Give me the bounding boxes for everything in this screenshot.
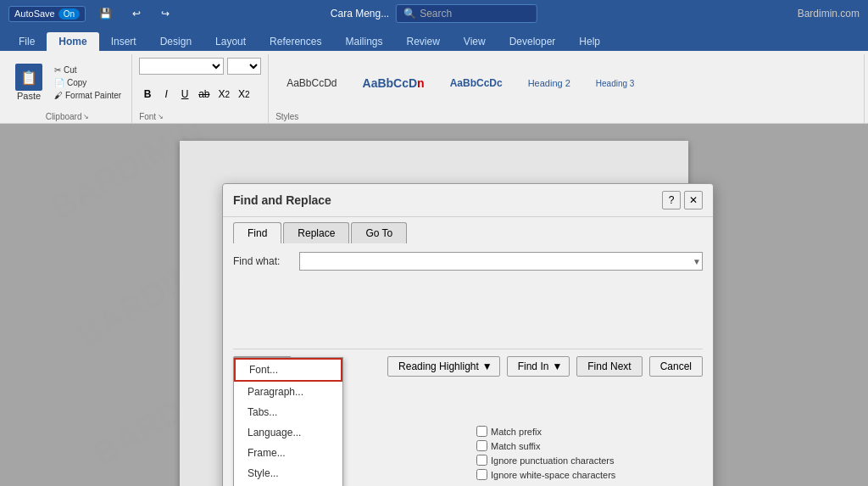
subscript-button[interactable]: X2	[215, 86, 234, 103]
heading2-style[interactable]: AaBbCcDc	[439, 73, 514, 93]
search-icon: 🔍	[403, 8, 416, 20]
autosave-toggle[interactable]: AutoSave On	[8, 6, 86, 22]
tab-layout[interactable]: Layout	[203, 32, 258, 51]
font-group: B I U ab X2 X2 Font ↘	[132, 54, 269, 123]
heading3-style[interactable]: Heading 2	[517, 74, 581, 92]
format-painter-button[interactable]: 🖌 Format Painter	[51, 90, 125, 101]
clipboard-content: 📋 Paste ✂ Cut 📄 Copy 🖌 Format Painter	[10, 54, 125, 110]
heading4-style[interactable]: Heading 3	[585, 75, 646, 92]
font-buttons: B I U ab X2 X2	[139, 86, 261, 103]
tab-find[interactable]: Find	[233, 222, 281, 243]
styles-row: AaBbCcDd AaBbCcDn AaBbCcDc Heading 2 Hea…	[275, 54, 857, 112]
italic-button[interactable]: I	[158, 86, 175, 103]
format-frame-item[interactable]: Frame...	[234, 443, 342, 463]
paste-icon: 📋	[15, 64, 42, 91]
reading-highlight-button[interactable]: Reading Highlight ▼	[387, 356, 500, 377]
ignore-whitespace-checkbox[interactable]	[476, 469, 487, 480]
tab-goto[interactable]: Go To	[351, 222, 407, 243]
strikethrough-button[interactable]: ab	[195, 86, 213, 103]
underline-button[interactable]: U	[176, 86, 193, 103]
autosave-label: AutoSave	[14, 8, 55, 19]
search-bar[interactable]: 🔍 Search	[396, 4, 537, 23]
paste-label: Paste	[17, 91, 41, 101]
clipboard-group: 📋 Paste ✂ Cut 📄 Copy 🖌 Format Painter Cl…	[3, 54, 132, 123]
find-input-dropdown-icon[interactable]: ▼	[693, 257, 701, 266]
autosave-state: On	[58, 8, 80, 20]
dialog-close-button[interactable]: ✕	[684, 191, 703, 209]
tab-file[interactable]: File	[7, 32, 47, 51]
tab-developer[interactable]: Developer	[498, 32, 568, 51]
dialog-help-button[interactable]: ?	[662, 191, 681, 209]
clipboard-expand-icon: ↘	[83, 113, 89, 120]
format-tabs-item[interactable]: Tabs...	[234, 402, 342, 422]
font-size-select[interactable]	[227, 58, 261, 75]
ribbon-tabs: File Home Insert Design Layout Reference…	[0, 27, 868, 51]
save-button[interactable]: 💾	[92, 6, 119, 21]
ignore-punctuation-checkbox[interactable]	[476, 455, 487, 466]
bold-button[interactable]: B	[139, 86, 156, 103]
format-style-item[interactable]: Style...	[234, 463, 342, 483]
normal-style[interactable]: AaBbCcDd	[275, 73, 348, 93]
paste-button[interactable]: 📋 Paste	[10, 60, 47, 104]
font-label[interactable]: Font ↘	[139, 112, 261, 123]
ignore-punctuation-option[interactable]: Ignore punctuation characters	[476, 455, 703, 466]
format-dropdown-menu: Font... Paragraph... Tabs... Language...…	[233, 357, 343, 486]
tab-view[interactable]: View	[452, 32, 498, 51]
tab-references[interactable]: References	[258, 32, 333, 51]
tab-insert[interactable]: Insert	[99, 32, 148, 51]
ribbon: 📋 Paste ✂ Cut 📄 Copy 🖌 Format Painter Cl…	[0, 51, 868, 124]
font-name-select[interactable]	[139, 58, 224, 75]
font-selects	[139, 58, 261, 75]
dialog-content: Find what: ▼ << Less Reading Highlight	[223, 243, 713, 486]
search-placeholder: Search	[420, 8, 452, 20]
find-in-button[interactable]: Find In ▼	[507, 356, 570, 377]
match-suffix-checkbox[interactable]	[476, 440, 487, 451]
find-what-label: Find what:	[233, 255, 292, 267]
format-font-item[interactable]: Font...	[234, 358, 342, 382]
title-bar-center: Cara Meng... 🔍 Search	[331, 4, 537, 23]
cut-button[interactable]: ✂ Cut	[51, 64, 125, 75]
copy-button[interactable]: 📄 Copy	[51, 77, 125, 88]
find-what-row: Find what: ▼	[233, 252, 703, 271]
format-language-item[interactable]: Language...	[234, 422, 342, 443]
site-name: Bardimin.com	[798, 8, 860, 20]
undo-button[interactable]: ↩	[125, 6, 147, 21]
dialog-overlay: Find and Replace ? ✕ Find Replace Go To	[0, 124, 868, 486]
spacer	[233, 277, 703, 345]
format-paragraph-item[interactable]: Paragraph...	[234, 382, 342, 402]
superscript-button[interactable]: X2	[235, 86, 253, 103]
document-area: BARDIMIN BARDIMIN BARDIMIN BARDIMIN BARD…	[0, 124, 868, 486]
tab-design[interactable]: Design	[148, 32, 203, 51]
find-next-button[interactable]: Find Next	[576, 356, 642, 377]
tab-home[interactable]: Home	[47, 32, 98, 51]
clipboard-label[interactable]: Clipboard ↘	[46, 112, 90, 123]
match-suffix-option[interactable]: Match suffix	[476, 440, 703, 451]
title-bar-left: AutoSave On 💾 ↩ ↪	[8, 6, 176, 22]
dialog-titlebar: Find and Replace ? ✕	[223, 184, 713, 217]
dialog-tabs: Find Replace Go To	[223, 217, 713, 243]
styles-group: AaBbCcDd AaBbCcDn AaBbCcDc Heading 2 Hea…	[269, 54, 865, 123]
find-in-dropdown-icon: ▼	[552, 360, 562, 372]
content-area: BARDIMIN BARDIMIN BARDIMIN BARDIMIN BARD…	[0, 124, 868, 486]
clipboard-buttons: ✂ Cut 📄 Copy 🖌 Format Painter	[51, 64, 125, 101]
tab-review[interactable]: Review	[394, 32, 451, 51]
tab-mailings[interactable]: Mailings	[333, 32, 394, 51]
redo-button[interactable]: ↪	[154, 6, 176, 21]
document-name: Cara Meng...	[331, 8, 389, 20]
match-prefix-option[interactable]: Match prefix	[476, 426, 703, 437]
dialog-title: Find and Replace	[233, 193, 331, 207]
dialog-controls: ? ✕	[662, 191, 703, 209]
ignore-whitespace-option[interactable]: Ignore white-space characters	[476, 469, 703, 480]
tab-replace[interactable]: Replace	[283, 222, 349, 243]
title-bar: AutoSave On 💾 ↩ ↪ Cara Meng... 🔍 Search …	[0, 0, 868, 27]
match-prefix-checkbox[interactable]	[476, 426, 487, 437]
find-input-wrap: ▼	[299, 252, 703, 271]
find-what-input[interactable]	[299, 252, 703, 271]
heading1-style[interactable]: AaBbCcDn	[352, 72, 436, 94]
font-expand-icon: ↘	[158, 113, 164, 120]
reading-highlight-dropdown-icon: ▼	[482, 360, 492, 372]
find-replace-dialog: Find and Replace ? ✕ Find Replace Go To	[222, 183, 714, 486]
cancel-button[interactable]: Cancel	[649, 356, 703, 377]
tab-help[interactable]: Help	[567, 32, 612, 51]
styles-label[interactable]: Styles	[275, 112, 857, 123]
